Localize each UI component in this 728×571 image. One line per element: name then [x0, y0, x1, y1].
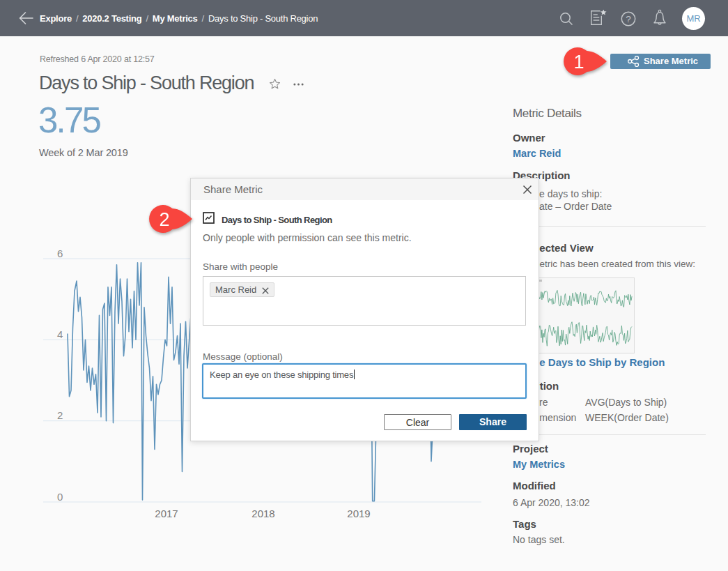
- svg-text:2017: 2017: [155, 508, 178, 519]
- svg-text:1: 1: [573, 52, 584, 73]
- svg-text:2018: 2018: [251, 508, 274, 519]
- svg-text:0: 0: [57, 491, 63, 503]
- svg-text:4: 4: [57, 328, 63, 340]
- svg-text:2: 2: [57, 409, 63, 421]
- svg-text:2019: 2019: [347, 508, 370, 519]
- svg-text:6: 6: [57, 248, 63, 259]
- svg-text:?: ?: [626, 14, 631, 24]
- svg-text:2: 2: [159, 209, 169, 230]
